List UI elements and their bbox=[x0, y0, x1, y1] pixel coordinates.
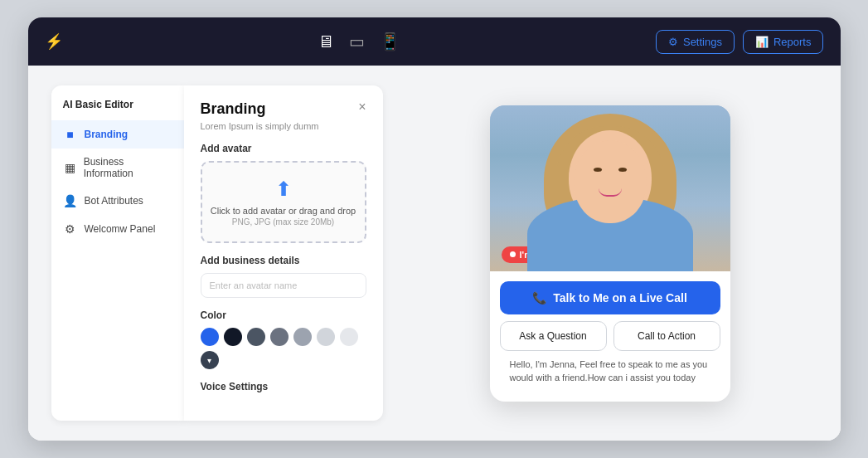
logo: ⚡ bbox=[45, 32, 63, 51]
left-panel: AI Basic Editor ■ Branding ▦ Business In… bbox=[51, 85, 383, 421]
gear-icon: ⚙ bbox=[668, 36, 678, 48]
online-dot bbox=[510, 251, 516, 257]
branding-panel: Branding × Lorem Ipsum is simply dumm Ad… bbox=[184, 85, 383, 421]
mobile-icon[interactable]: 📱 bbox=[380, 32, 400, 51]
preview-area: I'm online here 📞 Talk to Me on a Live C… bbox=[403, 85, 817, 421]
voice-settings-label: Voice Settings bbox=[201, 381, 366, 392]
reports-icon: 📊 bbox=[755, 36, 769, 48]
live-call-button[interactable]: 📞 Talk to Me on a Live Call bbox=[500, 281, 720, 314]
reports-button[interactable]: 📊 Reports bbox=[743, 30, 824, 54]
phone-icon: 📞 bbox=[532, 291, 546, 305]
avatar-dropzone[interactable]: ⬆ Click to add avatar or drag and drop P… bbox=[201, 161, 366, 243]
settings-button[interactable]: ⚙ Settings bbox=[656, 30, 735, 54]
top-bar-actions: ⚙ Settings 📊 Reports bbox=[656, 30, 824, 54]
top-bar: ⚡ 🖥 ▭ 📱 ⚙ Settings 📊 Reports bbox=[28, 17, 841, 66]
sidebar-item-bot-attributes[interactable]: 👤 Bot Attributes bbox=[51, 187, 184, 215]
sidebar-item-branding-label: Branding bbox=[85, 129, 129, 140]
sidebar-item-business-label: Business Information bbox=[84, 156, 172, 179]
sidebar-title: AI Basic Editor bbox=[51, 99, 184, 120]
add-avatar-label: Add avatar bbox=[201, 143, 366, 154]
close-button[interactable]: × bbox=[358, 100, 366, 114]
sidebar-item-welcome-label: Welcomw Panel bbox=[85, 223, 156, 235]
branding-header: Branding × bbox=[201, 100, 366, 118]
color-dot-0[interactable] bbox=[201, 328, 219, 346]
color-dropdown[interactable]: ▾ bbox=[201, 351, 219, 369]
chat-text: Hello, I'm Jenna, Feel free to speak to … bbox=[500, 358, 720, 395]
business-info-icon: ▦ bbox=[63, 161, 77, 174]
color-dot-3[interactable] bbox=[270, 328, 289, 346]
sidebar-item-welcome-panel[interactable]: ⚙ Welcomw Panel bbox=[51, 215, 184, 243]
color-dot-5[interactable] bbox=[317, 328, 335, 346]
settings-label: Settings bbox=[683, 36, 722, 48]
avatar-photo: I'm online here bbox=[490, 105, 730, 271]
sidebar: AI Basic Editor ■ Branding ▦ Business In… bbox=[51, 85, 184, 421]
sidebar-item-business-information[interactable]: ▦ Business Information bbox=[51, 149, 184, 187]
call-to-action-button[interactable]: Call to Action bbox=[613, 321, 720, 351]
color-dot-6[interactable] bbox=[340, 328, 358, 346]
tablet-icon[interactable]: ▭ bbox=[349, 32, 365, 51]
ask-question-button[interactable]: Ask a Question bbox=[500, 321, 607, 351]
browser-window: ⚡ 🖥 ▭ 📱 ⚙ Settings 📊 Reports AI Basic Ed… bbox=[28, 17, 841, 441]
action-row: Ask a Question Call to Action bbox=[500, 321, 720, 351]
bot-attributes-icon: 👤 bbox=[63, 194, 78, 207]
upload-icon: ⬆ bbox=[211, 178, 356, 201]
device-icons: 🖥 ▭ 📱 bbox=[318, 32, 400, 51]
reports-label: Reports bbox=[773, 36, 812, 48]
sidebar-item-branding[interactable]: ■ Branding bbox=[51, 120, 184, 149]
welcome-panel-icon: ⚙ bbox=[63, 222, 78, 236]
color-dot-4[interactable] bbox=[293, 328, 312, 346]
live-call-label: Talk to Me on a Live Call bbox=[553, 291, 687, 305]
color-row: ▾ bbox=[201, 328, 366, 369]
branding-icon: ■ bbox=[63, 128, 78, 141]
color-dot-1[interactable] bbox=[224, 328, 242, 346]
add-business-label: Add business details bbox=[201, 255, 366, 266]
branding-subtitle: Lorem Ipsum is simply dumm bbox=[201, 121, 366, 131]
dropzone-sub: PNG, JPG (max size 20Mb) bbox=[211, 217, 356, 227]
desktop-icon[interactable]: 🖥 bbox=[318, 32, 334, 51]
chat-widget: I'm online here 📞 Talk to Me on a Live C… bbox=[490, 105, 730, 402]
avatar-name-input[interactable] bbox=[201, 273, 366, 298]
main-content: AI Basic Editor ■ Branding ▦ Business In… bbox=[28, 66, 841, 441]
color-label: Color bbox=[201, 309, 366, 321]
branding-title: Branding bbox=[201, 100, 266, 118]
dropzone-text: Click to add avatar or drag and drop bbox=[211, 206, 356, 216]
color-dot-2[interactable] bbox=[247, 328, 265, 346]
chat-actions: 📞 Talk to Me on a Live Call Ask a Questi… bbox=[490, 271, 730, 402]
sidebar-item-bot-label: Bot Attributes bbox=[85, 195, 143, 207]
